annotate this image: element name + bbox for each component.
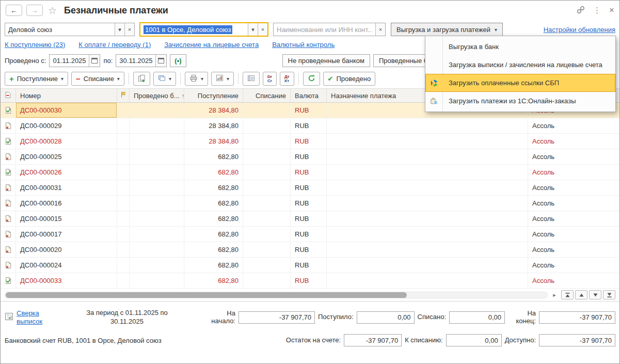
dt-kt-movements-button[interactable]: ДтКт <box>280 72 294 86</box>
counterparty-cell: Ассоль <box>528 196 619 211</box>
table-row[interactable]: ДС00-000017682,80RUBАссоль <box>1 227 619 242</box>
counterparty-cell: Ассоль <box>528 242 619 257</box>
table-row[interactable]: ДС00-000016682,80RUBАссоль <box>1 196 619 211</box>
favorite-star-icon[interactable]: ☆ <box>48 5 57 17</box>
table-row[interactable]: ДС00-00002928 384,80RUBАссоль <box>1 118 619 134</box>
date-to-field[interactable]: 30.11.2025 <box>116 54 167 67</box>
scrollbar-thumb[interactable] <box>6 292 407 298</box>
flag-column-header[interactable] <box>117 89 130 102</box>
page-down-button[interactable] <box>589 290 601 299</box>
account-balance-value: -37 907,70 <box>344 334 402 346</box>
status-column-header[interactable] <box>1 89 16 102</box>
add-receipt-button[interactable]: + Поступление ▾ <box>5 72 68 86</box>
horizontal-scrollbar[interactable] <box>5 292 548 298</box>
close-icon[interactable]: × <box>609 5 614 15</box>
not-posted-by-bank-button[interactable]: Не проведенные банком <box>282 54 370 67</box>
personal-accounts-link[interactable]: Зачисление на лицевые счета <box>164 41 259 49</box>
flag-cell <box>117 211 130 226</box>
writeoff-amount-cell <box>243 273 291 288</box>
add-writeoff-button[interactable]: − Списание ▾ <box>71 72 124 86</box>
counterparty-cell: Ассоль <box>528 134 619 149</box>
posted-bank-column-header[interactable]: Проведено б... ↑ <box>130 89 184 102</box>
date-from-field[interactable]: 01.11.2025 <box>49 54 100 67</box>
counterparty-cell: Ассоль <box>528 149 619 164</box>
document-number-cell: ДС00-000020 <box>16 242 117 257</box>
copy-button[interactable] <box>133 72 150 86</box>
menu-item[interactable]: Загрузить платежи из 1С:Онлайн-заказы <box>425 92 615 110</box>
to-receipt-link[interactable]: К поступлению (23) <box>5 41 65 49</box>
counterparty-cell: Ассоль <box>528 211 619 226</box>
incoming-column-header[interactable]: Поступление <box>184 89 243 102</box>
table-row[interactable]: ДС00-000033682,80RUBАссоль <box>1 273 619 289</box>
register-list-button[interactable] <box>243 72 260 86</box>
go-to-top-button[interactable] <box>561 290 574 299</box>
table-row[interactable]: ДС00-00002828 384,80RUBАссоль <box>1 134 619 149</box>
more-actions-icon[interactable]: ⋮ <box>593 6 601 15</box>
available-label: Доступно: <box>505 337 536 344</box>
print-button[interactable]: ▾ <box>185 72 208 86</box>
upload-download-menu-button[interactable]: Выгрузка и загрузка платежей ▾ <box>391 23 503 36</box>
update-settings-link[interactable]: Настройки обновления <box>544 26 615 34</box>
statement-reconcile: Сверка выписок <box>5 309 52 325</box>
clear-icon[interactable]: × <box>258 23 267 36</box>
table-row[interactable]: ДС00-000025682,80RUBАссоль <box>1 149 619 165</box>
currency-column-header[interactable]: Валюта <box>291 89 327 102</box>
menu-item[interactable]: Загрузить оплаченные ссылки СБП <box>425 74 615 92</box>
titlebar: ← → ☆ Безналичные платежи ⋮ × <box>1 1 619 20</box>
set-posted-button[interactable]: ✔ Проведено <box>323 72 376 86</box>
table-row[interactable]: ДС00-000015682,80RUBАссоль <box>1 211 619 227</box>
clear-icon[interactable]: × <box>124 23 134 36</box>
bank-account-select[interactable]: 1001 в Opce, Деловой союз ▾ × <box>140 23 268 36</box>
posted-by-bank-cell <box>130 103 184 118</box>
calendar-icon[interactable] <box>89 55 100 67</box>
currency-cell: RUB <box>291 103 327 118</box>
purpose-cell <box>327 165 528 180</box>
dr-cr-movements-button[interactable]: DrCr <box>263 72 277 86</box>
document-status-icon <box>1 273 16 288</box>
menu-item[interactable]: Загрузка выписки / зачисления на лицевые… <box>425 56 615 74</box>
clear-icon[interactable]: × <box>375 23 385 36</box>
dropdown-icon[interactable]: ▾ <box>248 23 258 36</box>
page-title: Безналичные платежи <box>64 5 168 16</box>
documents-stack-button[interactable]: ▾ <box>153 72 176 86</box>
table-row[interactable]: ДС00-000031682,80RUBАссоль <box>1 180 619 196</box>
counterparty-cell: Ассоль <box>528 227 619 242</box>
writeoff-column-header[interactable]: Списание <box>243 89 291 102</box>
page-up-button[interactable] <box>575 290 587 299</box>
counterparty-search-input[interactable] <box>274 23 375 36</box>
flag-icon <box>120 91 126 100</box>
period-picker-button[interactable]: (•) <box>170 54 186 67</box>
writeoff-amount-cell <box>243 258 291 273</box>
go-to-bottom-button[interactable] <box>603 290 615 299</box>
incoming-amount-cell: 28 384,80 <box>184 134 243 149</box>
currency-control-link[interactable]: Валютный контроль <box>272 41 335 49</box>
forward-button[interactable]: → <box>26 5 43 16</box>
incoming-amount-cell: 682,80 <box>184 227 243 242</box>
posted-by-bank-cell <box>130 227 184 242</box>
upload-download-menu: Выгрузка в банкЗагрузка выписки / зачисл… <box>425 36 616 112</box>
writeoff-amount-cell <box>243 227 291 242</box>
table-row[interactable]: ДС00-000026682,80RUBАссоль <box>1 165 619 180</box>
purpose-cell <box>327 196 528 211</box>
purpose-cell <box>327 211 528 226</box>
get-link-icon[interactable] <box>577 6 585 15</box>
dropdown-icon[interactable]: ▾ <box>115 23 124 36</box>
reconcile-statements-link[interactable]: Сверка выписок <box>17 309 47 325</box>
to-pay-transfer-link[interactable]: К оплате / переводу (1) <box>78 41 151 49</box>
table-row[interactable]: ДС00-000020682,80RUBАссоль <box>1 242 619 258</box>
reports-button[interactable]: ▾ <box>211 72 234 86</box>
refresh-button[interactable] <box>303 72 320 86</box>
flag-cell <box>117 165 130 180</box>
document-status-icon <box>1 227 16 242</box>
incoming-amount-cell: 28 384,80 <box>184 103 243 118</box>
posted-by-bank-cell <box>130 211 184 226</box>
writeoff-amount-cell <box>243 196 291 211</box>
table-row[interactable]: ДС00-000024682,80RUBАссоль <box>1 258 619 273</box>
back-button[interactable]: ← <box>6 5 22 16</box>
incoming-amount-cell: 682,80 <box>184 273 243 288</box>
menu-item[interactable]: Выгрузка в банк <box>425 38 615 56</box>
organization-select[interactable]: Деловой союз ▾ × <box>5 23 135 36</box>
scroll-right-icon[interactable]: ▸ <box>551 292 558 298</box>
number-column-header[interactable]: Номер <box>16 89 117 102</box>
calendar-icon[interactable] <box>155 55 166 67</box>
